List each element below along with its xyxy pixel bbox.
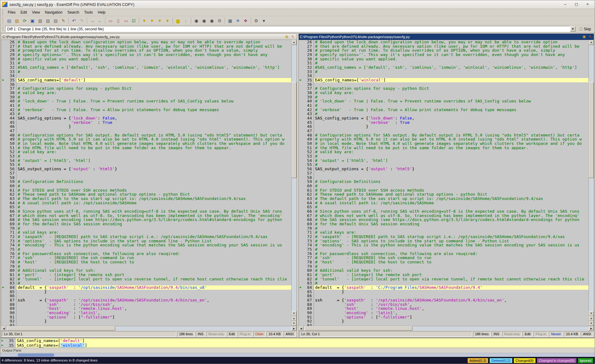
scroll-track[interactable]	[292, 45, 297, 311]
save-icon[interactable]: ▣	[29, 17, 36, 24]
line-text[interactable]: # 'verbose' - True | False. True = Allow…	[16, 108, 291, 112]
code-line[interactable]: 57	[1, 171, 291, 176]
redo-icon[interactable]: ↷	[78, 17, 85, 24]
code-line[interactable]: 55#	[1, 162, 291, 167]
code-line[interactable]: 69# for the default Unix SAS session enc…	[1, 222, 291, 226]
filter-added-icon[interactable]: ▼	[148, 17, 156, 24]
line-text[interactable]: # properly with HTML 5.0 so it can also …	[314, 137, 589, 141]
line-text[interactable]: #	[16, 154, 291, 158]
line-text[interactable]: ssh = {'saspath' : '/opt/sasinside/SASHo…	[16, 298, 291, 302]
code-line[interactable]: ▶84default = {'saspath' : '/opt/sasinsid…	[1, 285, 291, 290]
code-line[interactable]: 88 'ssh' : '/usr/bin/ssh',	[1, 302, 291, 307]
grid-view-icon[interactable]: ▦	[227, 17, 234, 24]
line-text[interactable]: # 'tunnel' - [integer] local port to ope…	[314, 277, 589, 281]
line-text[interactable]: # 'output' = ['html5', 'html']	[314, 158, 589, 163]
code-line[interactable]: 63# The default path to the sas start up…	[299, 197, 589, 201]
line-text[interactable]: }	[314, 319, 589, 323]
line-text[interactable]: # that are defined already. Any necessar…	[16, 44, 291, 49]
code-line[interactable]: 91 'options' : ["-fullstimer"]	[299, 315, 589, 319]
code-line[interactable]: 93	[299, 323, 589, 326]
code-line[interactable]: 28# prompted for at run time. To disallo…	[1, 48, 291, 53]
code-line[interactable]: 75#	[1, 247, 291, 252]
line-text[interactable]: # The default path to the sas start up s…	[314, 197, 589, 201]
code-line[interactable]: 56SAS_output_options = {'output' : 'html…	[1, 167, 291, 171]
line-text[interactable]: ssh = {'saspath' : '/opt/sasinside/SASHo…	[314, 298, 589, 302]
code-line[interactable]: 29# specify options=''. This way it's sp…	[1, 53, 291, 57]
code-line[interactable]: 61# For STDIO and STDIO over SSH access …	[299, 188, 589, 193]
line-text[interactable]: # valid key are:	[16, 150, 291, 154]
line-text[interactable]	[16, 82, 291, 87]
line-text[interactable]: # 'ssh' - [REQUIRED] the ssh command to …	[314, 256, 589, 260]
code-line[interactable]: 45 'verbose' : True	[299, 120, 589, 125]
line-text[interactable]: SAS_config_names=['default']	[16, 78, 291, 82]
diff-stat-badge[interactable]: Changed(8)	[513, 358, 536, 363]
code-line[interactable]: 36	[299, 82, 589, 87]
code-line[interactable]: 65#	[299, 205, 589, 209]
code-line[interactable]: 39#	[299, 95, 589, 99]
line-text[interactable]	[314, 176, 589, 180]
menu-navigation[interactable]: Navigation	[42, 9, 65, 15]
code-line[interactable]: 29# specify options=''. This way it's sp…	[299, 53, 589, 57]
line-text[interactable]: #SAS_config_names = ['default', 'ssh', '…	[16, 65, 291, 70]
line-text[interactable]: 'ssh' : '/usr/bin/ssh',	[314, 302, 589, 307]
line-text[interactable]: # which does not work well as utf-8. So,…	[314, 214, 589, 218]
edit-file-icon[interactable]: ✎	[290, 35, 295, 39]
line-text[interactable]: # Additional valid keys for ssh:	[16, 268, 291, 273]
code-line[interactable]: 80# Additional valid keys for ssh:	[299, 268, 589, 273]
line-text[interactable]: # valid keys are:	[314, 230, 589, 235]
scroll-up-icon[interactable]: ▲	[292, 40, 297, 45]
output-pane-tab[interactable]: Output Pane	[0, 348, 595, 353]
scroll-track[interactable]	[6, 326, 292, 331]
scroll-thumb[interactable]	[589, 82, 594, 178]
scroll-right-icon[interactable]: ▶	[589, 326, 594, 331]
code-line[interactable]: 85 }	[299, 290, 589, 294]
code-line[interactable]: 76# For passwordless ssh connection, the…	[1, 252, 291, 256]
code-line[interactable]: 43#	[1, 112, 291, 116]
code-line[interactable]: 79#	[1, 264, 291, 269]
code-line[interactable]: 90 'encoding' : 'latin1',	[1, 311, 291, 315]
line-text[interactable]: # 'port' - [integer] the remote ssh port	[314, 273, 589, 277]
left-horizontal-scrollbar[interactable]: ◀ ▶	[1, 326, 297, 331]
code-line[interactable]: 38# valid key are:	[299, 91, 589, 95]
line-text[interactable]: # specify options=''. This way it's spec…	[16, 53, 291, 57]
line-text[interactable]	[314, 82, 589, 87]
copy-to-right-icon[interactable]: ▧	[52, 17, 59, 24]
undo-icon[interactable]: ↶	[70, 17, 77, 24]
line-text[interactable]: #SAS_config_names = ['default', 'ssh', '…	[314, 65, 589, 70]
line-text[interactable]: #	[16, 226, 291, 231]
line-text[interactable]: # Configuration options for SAS output. …	[314, 133, 589, 137]
code-line[interactable]: 81# 'port' - [integer] the remote ssh po…	[1, 273, 291, 277]
code-line[interactable]: 86	[1, 294, 291, 298]
code-line[interactable]: 63# The default path to the sas start up…	[1, 197, 291, 201]
line-text[interactable]: #	[314, 112, 589, 116]
menubar-grip[interactable]	[2, 10, 4, 15]
code-line[interactable]: 64# A usual install path is: /opt/sasins…	[1, 201, 291, 205]
right-horizontal-scrollbar[interactable]: ◀ ▶	[299, 326, 594, 331]
code-line[interactable]: 78# 'host' - [REQUIRED] the host to conn…	[299, 260, 589, 264]
line-text[interactable]: # Configuration Definitions	[16, 180, 291, 184]
code-line[interactable]: 26# Based upon the lock_down configurati…	[1, 40, 291, 44]
line-text[interactable]: # specify options=''. This way it's spec…	[314, 53, 589, 57]
line-text[interactable]: # Since python uses utf-8, running SAS w…	[16, 209, 291, 214]
line-text[interactable]: #	[16, 281, 291, 285]
scroll-thumb[interactable]	[304, 326, 413, 331]
menu-files[interactable]: Files	[5, 9, 18, 15]
code-line[interactable]: 39#	[1, 95, 291, 99]
line-text[interactable]	[16, 129, 291, 133]
code-line[interactable]: 69# for the default Unix SAS session enc…	[299, 222, 589, 226]
line-text[interactable]: # 'tunnel' - [integer] local port to ope…	[16, 277, 291, 281]
line-text[interactable]: # For passwordless ssh connection, the f…	[314, 252, 589, 256]
options-dropdown-icon[interactable]: ▾	[260, 17, 267, 24]
code-line[interactable]: 56SAS_output_options = {'output' : 'html…	[299, 167, 589, 171]
diff-detail-row[interactable]: ▶35SAS_config_names=['winlocal']	[0, 343, 595, 348]
code-line[interactable]: 52# valid key are:	[299, 150, 589, 154]
line-text[interactable]: SAS_config_options = {'lock_down': False…	[314, 116, 589, 120]
code-line[interactable]: 26# Based upon the lock_down configurati…	[299, 40, 589, 44]
copy-to-left-icon[interactable]: ▧	[44, 17, 51, 24]
code-line[interactable]: 55#	[299, 162, 589, 167]
goto-diff-icon[interactable]: ↓	[182, 17, 189, 24]
code-line[interactable]: 31#	[299, 61, 589, 65]
code-line[interactable]: 87ssh = {'saspath' : '/opt/sasinside/SAS…	[299, 298, 589, 302]
code-line[interactable]: 83#	[1, 281, 291, 285]
code-line[interactable]: 70#	[1, 226, 291, 231]
